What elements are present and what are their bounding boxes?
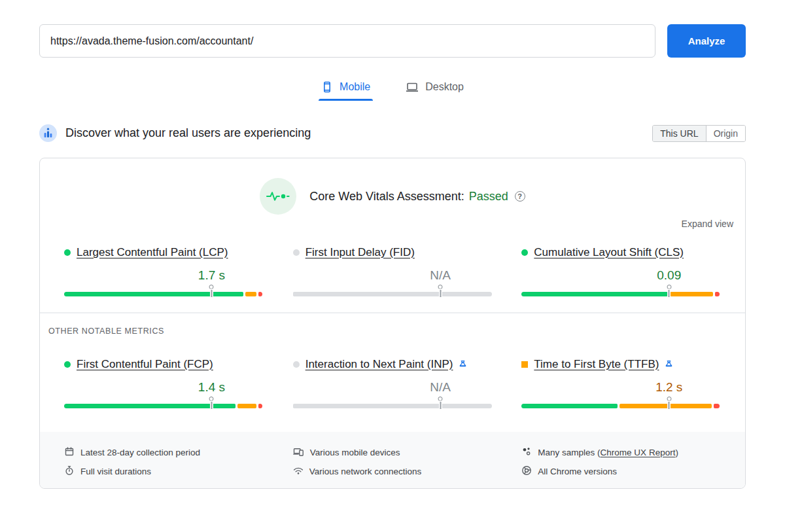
green-circle-indicator (521, 249, 528, 256)
analyze-button[interactable]: Analyze (667, 24, 746, 58)
p75-marker (438, 285, 443, 289)
tab-desktop[interactable]: Desktop (403, 80, 466, 101)
metric-fcp: First Contentful Paint (FCP)1.4 s (64, 358, 264, 408)
devices-icon (293, 446, 304, 459)
metric-title-row: Largest Contentful Paint (LCP) (64, 246, 264, 259)
metric-inp: Interaction to Next Paint (INP)N/A (293, 358, 493, 408)
p75-marker (438, 397, 443, 401)
metric-cls: Cumulative Layout Shift (CLS)0.09 (521, 246, 721, 296)
green-segment (521, 292, 668, 296)
field-data-header: Discover what your real users are experi… (39, 124, 746, 142)
red-segment (258, 292, 262, 296)
bar-track (293, 292, 493, 296)
metric-lcp: Largest Contentful Paint (LCP)1.7 s (64, 246, 264, 296)
chrome-ux-report-link[interactable]: Chrome UX Report (601, 448, 676, 457)
other-metrics-label: OTHER NOTABLE METRICS (48, 327, 745, 336)
bar-track (293, 404, 493, 408)
red-segment (714, 404, 720, 408)
network-icon (293, 465, 304, 478)
p75-marker (667, 285, 671, 289)
p75-marker (667, 397, 671, 401)
p75-marker (209, 397, 214, 401)
metric-value-text: 1.7 s (198, 268, 225, 283)
footer-column-1: Latest 28-day collection periodFull visi… (64, 440, 264, 478)
bar-track (521, 404, 721, 408)
metric-value: 1.7 s (64, 268, 264, 284)
other-metrics-grid: First Contentful Paint (FCP)1.4 sInterac… (40, 358, 745, 408)
section-divider (40, 312, 745, 313)
url-input[interactable] (39, 24, 655, 58)
help-icon[interactable]: ? (515, 191, 525, 202)
metric-link-lcp[interactable]: Largest Contentful Paint (LCP) (77, 246, 228, 259)
cwv-assessment-title: Core Web Vitals Assessment: Passed ? (309, 190, 525, 204)
metric-fid: First Input Delay (FID)N/A (293, 246, 493, 296)
metric-value-text: N/A (430, 268, 451, 283)
metric-link-ttfb[interactable]: Time to First Byte (TTFB) (534, 358, 659, 371)
metric-value: N/A (293, 380, 493, 396)
bar-track (521, 292, 721, 296)
bar-track (64, 292, 264, 296)
metric-value: 1.4 s (64, 380, 264, 396)
footer-item: Full visit durations (64, 465, 264, 478)
metric-title-row: Interaction to Next Paint (INP) (293, 358, 493, 371)
scope-toggle: This URL Origin (652, 125, 746, 142)
footer-item-text: All Chrome versions (538, 467, 617, 476)
green-circle-indicator (64, 361, 71, 368)
metric-distribution-bar (293, 404, 493, 408)
tab-mobile[interactable]: Mobile (319, 80, 373, 101)
toggle-origin[interactable]: Origin (706, 126, 745, 141)
tab-label: Mobile (340, 81, 370, 93)
metric-link-cls[interactable]: Cumulative Layout Shift (CLS) (534, 246, 684, 259)
desktop-icon (406, 81, 419, 93)
footer-item: Various network connections (293, 465, 493, 478)
metric-link-fcp[interactable]: First Contentful Paint (FCP) (77, 358, 213, 371)
metric-value-text: N/A (430, 380, 451, 395)
calendar-icon (64, 446, 75, 459)
metric-value-text: 0.09 (657, 268, 681, 283)
toggle-this-url[interactable]: This URL (653, 126, 706, 141)
footer-item-text: Full visit durations (80, 467, 151, 476)
expand-view-link[interactable]: Expand view (40, 219, 745, 229)
pulse-icon (260, 178, 296, 215)
footer-item: Many samples (Chrome UX Report) (521, 446, 721, 459)
field-data-title: Discover what your real users are experi… (65, 126, 311, 140)
metric-ttfb: Time to First Byte (TTFB)1.2 s (521, 358, 721, 408)
metric-title-row: Time to First Byte (TTFB) (521, 358, 721, 371)
footer-item-text: Many samples (Chrome UX Report) (538, 448, 678, 457)
gray-circle-indicator (293, 361, 300, 368)
stopwatch-icon (64, 465, 75, 478)
metric-value-text: 1.4 s (198, 380, 225, 395)
mobile-phone-icon (321, 81, 333, 93)
metric-link-inp[interactable]: Interaction to Next Paint (INP) (305, 358, 453, 371)
footer-column-3: Many samples (Chrome UX Report)All Chrom… (521, 440, 721, 478)
p75-marker (209, 285, 214, 289)
orange-segment (237, 404, 256, 408)
bar-track (64, 404, 264, 408)
gray-segment (293, 292, 493, 296)
metric-value-text: 1.2 s (655, 380, 682, 395)
footer-item: Various mobile devices (293, 446, 493, 459)
orange-segment (619, 404, 712, 408)
pagespeed-insights-page: Analyze Mobile Desktop (0, 0, 785, 489)
experimental-flask-icon (459, 358, 467, 371)
assessment-label: Core Web Vitals Assessment: (309, 190, 464, 204)
footer-item: All Chrome versions (521, 465, 721, 478)
chrome-icon (521, 465, 532, 478)
footer-item-text: Various mobile devices (310, 448, 400, 457)
orange-segment (670, 292, 713, 296)
red-segment (715, 292, 720, 296)
metric-distribution-bar (64, 404, 264, 408)
metric-title-row: Cumulative Layout Shift (CLS) (521, 246, 721, 259)
metric-title-row: First Input Delay (FID) (293, 246, 493, 259)
green-circle-indicator (64, 249, 71, 256)
red-segment (258, 404, 262, 408)
metric-link-fid[interactable]: First Input Delay (FID) (305, 246, 415, 259)
tab-label: Desktop (425, 81, 464, 93)
metric-distribution-bar (293, 292, 493, 296)
green-segment (521, 404, 617, 408)
gray-circle-indicator (293, 249, 300, 256)
cwv-assessment-header: Core Web Vitals Assessment: Passed ? (40, 158, 745, 215)
assessment-result: Passed (469, 190, 508, 204)
green-segment (64, 292, 243, 296)
metric-value: 1.2 s (521, 380, 721, 396)
